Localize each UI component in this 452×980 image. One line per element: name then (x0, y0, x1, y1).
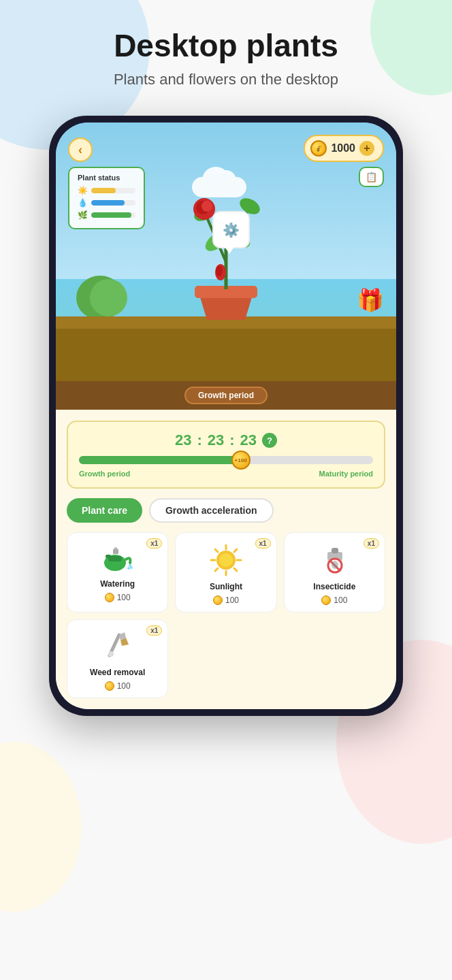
growth-banner: Growth period (56, 381, 396, 410)
timer-seconds: 23 (240, 431, 257, 449)
coin-icon: 💰 (310, 140, 327, 157)
notif-icon: 📋 (366, 172, 377, 182)
phone-screen: ‹ 💰 1000 + Plant status ☀️ (56, 122, 396, 709)
tabs-row: Plant care Growth acceleration (67, 498, 385, 523)
svg-rect-19 (106, 555, 111, 558)
svg-point-22 (130, 566, 133, 569)
tab-plant-care[interactable]: Plant care (67, 498, 142, 523)
page-subtitle: Plants and flowers on the desktop (114, 71, 338, 88)
status-row-sun: ☀️ (78, 186, 135, 195)
water-status-bar-bg (91, 200, 135, 206)
watering-price-num: 100 (117, 593, 131, 602)
insecticide-price-coin (321, 595, 331, 605)
care-item-weed-removal[interactable]: x1 Weed removal 100 (67, 619, 168, 698)
bg-blob-yellow (0, 742, 82, 912)
progress-bar-fill: +100 (79, 456, 241, 464)
sun-status-bar-fill (91, 188, 116, 193)
insecticide-price: 100 (321, 595, 347, 605)
timer-display: 23 : 23 : 23 ? (79, 431, 373, 449)
progress-coin: +100 (231, 451, 251, 470)
care-item-watering[interactable]: x1 (67, 532, 168, 612)
sunlight-badge: x1 (255, 538, 271, 549)
notification-badge[interactable]: 📋 (359, 167, 384, 187)
plant-status-title: Plant status (78, 174, 135, 182)
progress-labels: Growth period Maturity period (79, 470, 373, 478)
svg-rect-23 (113, 549, 118, 554)
sunlight-label: Sunlight (210, 582, 242, 591)
sun-icon (208, 542, 244, 578)
watering-label: Watering (100, 579, 135, 589)
weed-removal-badge: x1 (146, 625, 162, 636)
sunlight-price-coin (213, 595, 223, 605)
svg-point-21 (127, 567, 130, 570)
svg-line-32 (234, 549, 237, 552)
weed-removal-price-num: 100 (117, 681, 131, 691)
timer-hours: 23 (175, 431, 191, 449)
svg-line-30 (215, 549, 218, 552)
watering-can-icon (100, 542, 135, 575)
growth-period-label: Growth period (184, 387, 268, 404)
back-icon: ‹ (78, 143, 82, 157)
bush (76, 276, 124, 320)
desk (56, 316, 396, 381)
svg-point-16 (216, 265, 223, 276)
leaf-status-bar-fill (91, 212, 131, 218)
watering-price-coin (105, 593, 114, 602)
water-status-icon: 💧 (78, 198, 87, 208)
sun-status-icon: ☀️ (78, 186, 87, 195)
bottom-panel: 23 : 23 : 23 ? +100 (56, 410, 396, 709)
svg-point-39 (332, 561, 338, 569)
watering-price: 100 (105, 593, 131, 602)
weed-removal-price-coin (105, 681, 114, 691)
sun-status-bar-bg (91, 188, 135, 193)
plant-status-card: Plant status ☀️ 💧 🌿 (68, 167, 145, 229)
coin-amount: 1000 (331, 142, 355, 154)
back-button[interactable]: ‹ (68, 137, 93, 162)
weed-removal-label: Weed removal (90, 668, 145, 677)
svg-rect-36 (332, 548, 338, 553)
tab-growth-acceleration[interactable]: Growth acceleration (149, 498, 274, 523)
timer-colon-2: : (229, 431, 234, 449)
timer-colon-1: : (197, 431, 201, 449)
svg-line-33 (215, 568, 218, 571)
speech-bubble: ⚙️ (212, 211, 250, 248)
weed-removal-icon (100, 630, 135, 664)
game-area: ‹ 💰 1000 + Plant status ☀️ (56, 122, 396, 381)
progress-label-left: Growth period (79, 470, 130, 478)
insecticide-icon (318, 542, 351, 578)
phone-frame: ‹ 💰 1000 + Plant status ☀️ (49, 116, 403, 716)
svg-point-14 (201, 201, 212, 212)
sunlight-price-num: 100 (225, 595, 239, 605)
coin-display: 💰 1000 + (304, 135, 384, 162)
watering-badge: x1 (146, 538, 162, 549)
insecticide-label: Insecticide (313, 582, 355, 591)
care-item-insecticide[interactable]: x1 Insecticide (284, 532, 385, 612)
timer-minutes: 23 (208, 431, 224, 449)
page-content: Desktop plants Plants and flowers on the… (0, 0, 452, 716)
progress-bar: +100 (79, 456, 373, 464)
speech-bubble-icon: ⚙️ (223, 222, 240, 238)
leaf-status-icon: 🌿 (78, 210, 87, 220)
leaf-status-bar-bg (91, 212, 135, 218)
timer-help-button[interactable]: ? (262, 433, 277, 448)
weed-removal-price: 100 (105, 681, 131, 691)
svg-line-31 (234, 568, 237, 571)
care-items-grid-bottom: x1 Weed removal 100 (67, 619, 385, 698)
progress-coin-label: +100 (235, 457, 247, 463)
insecticide-price-num: 100 (334, 595, 347, 605)
care-item-sunlight[interactable]: x1 (175, 532, 276, 612)
insecticide-badge: x1 (364, 538, 379, 549)
water-status-bar-fill (91, 200, 125, 206)
add-coins-button[interactable]: + (359, 141, 374, 156)
bush-circle2 (90, 279, 127, 316)
care-items-grid: x1 (67, 532, 385, 612)
progress-label-right: Maturity period (319, 470, 373, 478)
status-row-water: 💧 (78, 198, 135, 208)
svg-point-43 (108, 651, 114, 657)
gift-icon[interactable]: 🎁 (357, 287, 384, 313)
sunlight-price: 100 (213, 595, 239, 605)
status-row-leaf: 🌿 (78, 210, 135, 220)
svg-point-25 (219, 553, 233, 567)
page-title: Desktop plants (114, 27, 338, 64)
timer-section: 23 : 23 : 23 ? +100 (67, 421, 385, 489)
